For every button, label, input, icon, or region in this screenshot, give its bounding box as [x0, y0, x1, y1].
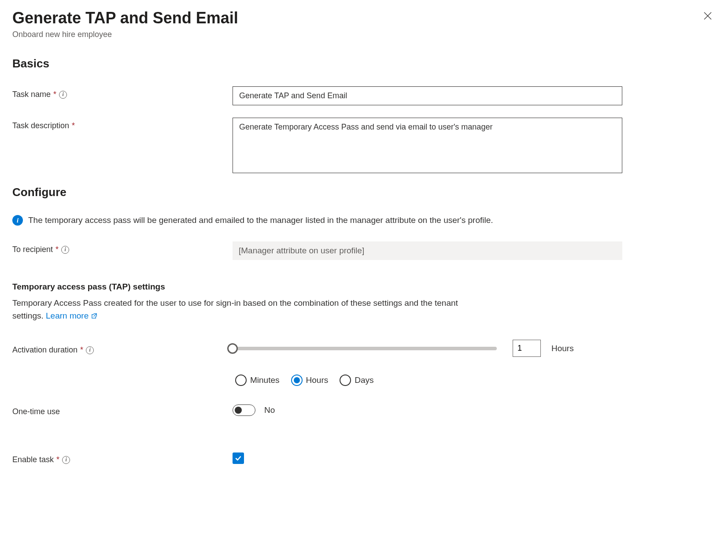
task-description-label: Task description *	[12, 118, 233, 130]
enable-task-checkbox[interactable]	[233, 452, 244, 464]
one-time-use-label-text: One-time use	[12, 407, 60, 416]
task-name-label: Task name * i	[12, 86, 233, 99]
to-recipient-field: [Manager attribute on user profile]	[233, 241, 622, 260]
radio-days[interactable]: Days	[340, 375, 373, 386]
required-asterisk: *	[53, 90, 56, 99]
radio-hours[interactable]: Hours	[291, 375, 329, 386]
radio-circle-selected-icon	[291, 375, 303, 386]
info-icon[interactable]: i	[61, 246, 69, 254]
activation-duration-label-text: Activation duration	[12, 345, 78, 355]
to-recipient-label-text: To recipient	[12, 245, 53, 254]
radio-inner-dot	[294, 377, 300, 383]
basics-heading: Basics	[12, 57, 716, 70]
learn-more-link[interactable]: Learn more	[46, 310, 98, 323]
checkmark-icon	[235, 455, 242, 462]
page-subtitle: Onboard new hire employee	[12, 30, 716, 39]
toggle-knob	[235, 407, 242, 414]
page-title: Generate TAP and Send Email	[12, 9, 238, 27]
one-time-use-label: One-time use	[12, 404, 233, 416]
task-name-input[interactable]	[233, 86, 622, 105]
duration-unit-radio-group: Minutes Hours Days	[233, 375, 716, 386]
info-banner-text: The temporary access pass will be genera…	[28, 215, 493, 225]
task-description-input[interactable]: Generate Temporary Access Pass and send …	[233, 118, 622, 173]
required-asterisk: *	[80, 345, 83, 355]
required-asterisk: *	[56, 455, 59, 464]
task-name-label-text: Task name	[12, 90, 51, 99]
info-icon[interactable]: i	[86, 346, 94, 354]
required-asterisk: *	[55, 245, 59, 254]
close-button[interactable]	[700, 9, 716, 24]
enable-task-label: Enable task * i	[12, 452, 233, 464]
info-icon[interactable]: i	[59, 91, 67, 99]
learn-more-label: Learn more	[46, 310, 89, 323]
activation-duration-label: Activation duration * i	[12, 342, 233, 355]
radio-circle-icon	[235, 375, 247, 386]
info-icon[interactable]: i	[62, 456, 70, 464]
close-icon	[703, 11, 712, 20]
activation-duration-unit: Hours	[551, 344, 574, 353]
radio-circle-icon	[340, 375, 351, 386]
one-time-use-value: No	[264, 405, 275, 415]
enable-task-label-text: Enable task	[12, 455, 54, 464]
info-banner: i The temporary access pass will be gene…	[12, 215, 716, 226]
radio-minutes[interactable]: Minutes	[235, 375, 280, 386]
to-recipient-label: To recipient * i	[12, 241, 233, 254]
external-link-icon	[91, 312, 98, 319]
tap-settings-description: Temporary Access Pass created for the us…	[12, 297, 475, 322]
one-time-use-toggle[interactable]	[233, 404, 255, 416]
activation-duration-input[interactable]	[513, 340, 541, 357]
radio-minutes-label: Minutes	[250, 375, 280, 385]
tap-settings-title: Temporary access pass (TAP) settings	[12, 282, 716, 292]
task-description-label-text: Task description	[12, 121, 69, 130]
configure-heading: Configure	[12, 185, 716, 199]
radio-days-label: Days	[355, 375, 373, 385]
radio-hours-label: Hours	[306, 375, 329, 385]
info-banner-icon: i	[12, 215, 23, 226]
activation-duration-slider[interactable]	[233, 347, 497, 350]
required-asterisk: *	[72, 121, 75, 130]
slider-thumb[interactable]	[227, 343, 238, 354]
